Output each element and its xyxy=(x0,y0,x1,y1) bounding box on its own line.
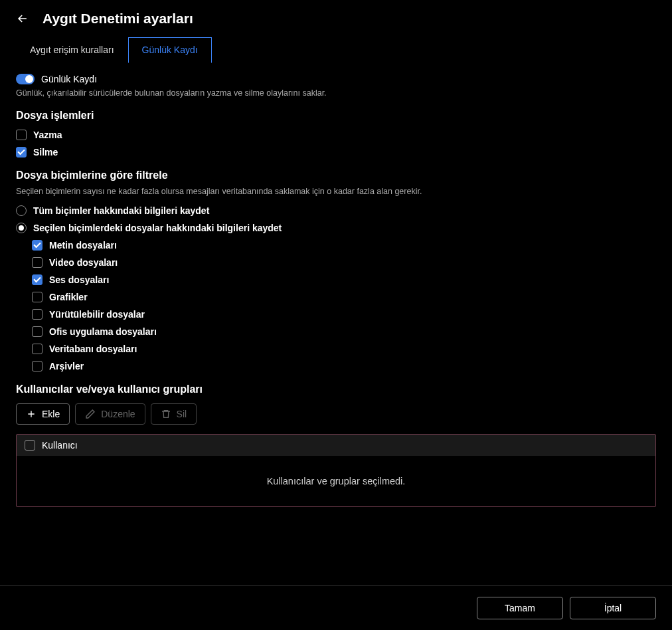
label-database: Veritabanı dosyaları xyxy=(49,344,137,354)
tab-logging[interactable]: Günlük Kaydı xyxy=(128,37,212,63)
column-user[interactable]: Kullanıcı xyxy=(42,440,78,451)
label-write: Yazma xyxy=(33,130,62,140)
label-graphics: Grafikler xyxy=(49,292,88,302)
checkbox-video-files[interactable] xyxy=(32,257,42,268)
label-text-files: Metin dosyaları xyxy=(49,240,117,251)
checkbox-delete[interactable] xyxy=(16,147,27,158)
table-header: Kullanıcı xyxy=(17,435,655,456)
radio-all-formats[interactable] xyxy=(16,205,27,216)
filter-description: Seçilen biçimlerin sayısı ne kadar fazla… xyxy=(16,187,656,196)
label-video-files: Video dosyaları xyxy=(49,257,118,268)
edit-button-label: Düzenle xyxy=(101,409,135,419)
table-empty-message: Kullanıcılar ve gruplar seçilmedi. xyxy=(17,456,655,506)
checkbox-text-files[interactable] xyxy=(32,240,42,251)
ok-button[interactable]: Tamam xyxy=(477,597,563,619)
logging-description: Günlük, çıkarılabilir sürücülerde buluna… xyxy=(16,88,656,98)
checkbox-archives[interactable] xyxy=(32,361,42,371)
checkbox-database[interactable] xyxy=(32,344,42,354)
checkbox-audio-files[interactable] xyxy=(32,274,42,285)
label-all-formats: Tüm biçimler hakkındaki bilgileri kaydet xyxy=(33,205,209,216)
checkbox-write[interactable] xyxy=(16,130,27,140)
plus-icon xyxy=(26,409,37,419)
trash-icon xyxy=(161,409,171,419)
logging-toggle-label: Günlük Kaydı xyxy=(41,74,97,84)
checkbox-graphics[interactable] xyxy=(32,292,42,302)
delete-button: Sil xyxy=(151,403,197,425)
filter-title: Dosya biçimlerine göre filtrele xyxy=(16,169,656,181)
add-button-label: Ekle xyxy=(42,409,60,419)
radio-selected-formats[interactable] xyxy=(16,223,27,233)
delete-button-label: Sil xyxy=(177,409,187,419)
checkbox-office[interactable] xyxy=(32,326,42,337)
users-table: Kullanıcı Kullanıcılar ve gruplar seçilm… xyxy=(16,434,656,507)
label-audio-files: Ses dosyaları xyxy=(49,274,109,285)
page-title: Aygıt Denetimi ayarları xyxy=(42,11,193,27)
label-delete: Silme xyxy=(33,147,58,158)
tab-access-rules[interactable]: Aygıt erişim kuralları xyxy=(16,37,128,62)
checkbox-select-all-users[interactable] xyxy=(25,440,35,451)
users-title: Kullanıcılar ve/veya kullanıcı grupları xyxy=(16,383,656,395)
checkbox-executable[interactable] xyxy=(32,309,42,320)
logging-toggle[interactable] xyxy=(16,74,35,84)
label-executable: Yürütülebilir dosyalar xyxy=(49,309,145,320)
file-ops-title: Dosya işlemleri xyxy=(16,110,656,122)
cancel-button[interactable]: İptal xyxy=(570,597,656,619)
label-office: Ofis uygulama dosyaları xyxy=(49,326,157,337)
back-icon[interactable] xyxy=(16,12,29,25)
label-archives: Arşivler xyxy=(49,361,84,371)
label-selected-formats: Seçilen biçimlerdeki dosyalar hakkındaki… xyxy=(33,223,282,233)
add-button[interactable]: Ekle xyxy=(16,403,70,425)
edit-button: Düzenle xyxy=(75,403,145,425)
pencil-icon xyxy=(85,409,96,419)
